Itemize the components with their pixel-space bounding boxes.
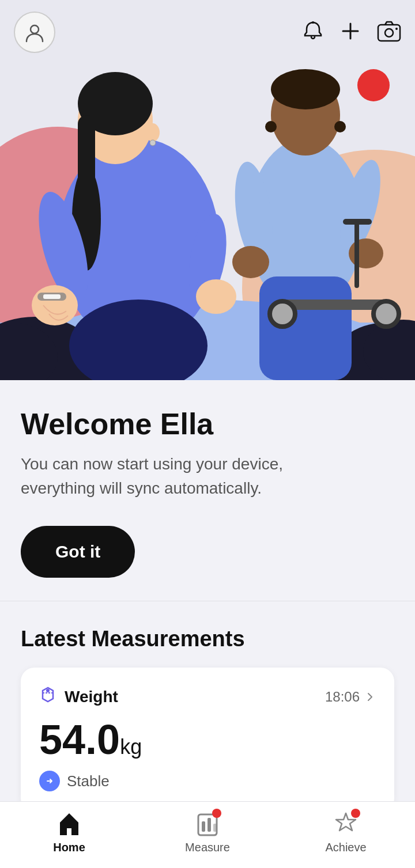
camera-icon[interactable] — [377, 20, 401, 44]
weight-type-icon — [39, 686, 56, 707]
header — [0, 0, 415, 65]
svg-point-44 — [373, 301, 399, 327]
nav-icon-home-wrapper — [58, 811, 81, 836]
person-icon — [24, 22, 45, 43]
svg-point-35 — [334, 121, 346, 132]
svg-point-1 — [312, 21, 314, 24]
svg-point-22 — [150, 140, 156, 146]
svg-point-21 — [146, 123, 160, 142]
nav-item-measure[interactable]: Measure — [173, 811, 242, 854]
svg-point-39 — [349, 238, 383, 268]
nav-item-achieve[interactable]: Achieve — [311, 811, 380, 854]
svg-rect-40 — [354, 219, 359, 288]
svg-rect-28 — [43, 294, 61, 299]
measure-badge — [212, 809, 221, 818]
home-icon — [58, 811, 81, 836]
svg-point-45 — [357, 69, 390, 101]
card-time-row[interactable]: 18:06 — [325, 689, 376, 705]
svg-point-38 — [232, 246, 269, 278]
stable-icon — [39, 771, 60, 791]
bottom-nav: Home Measure Achieve — [0, 801, 415, 868]
nav-label-home: Home — [53, 841, 85, 854]
svg-point-26 — [196, 279, 236, 314]
header-actions — [302, 20, 401, 44]
svg-rect-31 — [259, 276, 352, 380]
nav-icon-measure-wrapper — [196, 811, 219, 836]
measurements-title: Latest Measurements — [21, 627, 394, 651]
got-it-button[interactable]: Got it — [21, 526, 135, 578]
bell-icon[interactable] — [302, 20, 324, 44]
card-title-row: Weight — [39, 686, 118, 707]
svg-rect-41 — [343, 219, 372, 225]
weight-unit: kg — [120, 735, 142, 759]
nav-item-home[interactable]: Home — [35, 811, 104, 854]
status-label: Stable — [67, 772, 110, 790]
weight-value-row: 54.0kg — [39, 719, 376, 760]
card-type-label: Weight — [65, 688, 118, 706]
welcome-subtitle: You can now start using your device, eve… — [21, 452, 297, 501]
svg-point-5 — [385, 29, 393, 37]
svg-rect-52 — [213, 824, 217, 832]
svg-rect-50 — [202, 821, 205, 832]
weight-card: Weight 18:06 54.0kg Stable — [21, 668, 394, 812]
plus-icon[interactable] — [340, 21, 361, 44]
svg-point-47 — [46, 689, 50, 692]
welcome-title: Welcome Ella — [21, 408, 394, 441]
nav-icon-achieve-wrapper — [334, 811, 358, 836]
svg-point-43 — [270, 301, 295, 327]
welcome-section: Welcome Ella You can now start using you… — [0, 380, 415, 601]
card-header: Weight 18:06 — [39, 686, 376, 707]
measurements-section: Latest Measurements Weight 18:06 — [0, 601, 415, 833]
status-row: Stable — [39, 771, 376, 791]
svg-rect-4 — [378, 25, 400, 41]
avatar-button[interactable] — [14, 12, 55, 53]
weight-number: 54.0 — [39, 717, 120, 763]
svg-point-33 — [271, 69, 340, 109]
chevron-right-icon — [364, 691, 376, 703]
nav-label-measure: Measure — [185, 841, 230, 854]
svg-rect-51 — [207, 818, 211, 832]
svg-point-34 — [265, 121, 277, 132]
card-time-value: 18:06 — [325, 689, 360, 705]
svg-point-6 — [395, 28, 398, 30]
nav-label-achieve: Achieve — [325, 841, 366, 854]
achieve-badge — [351, 809, 360, 818]
svg-point-0 — [31, 25, 39, 33]
